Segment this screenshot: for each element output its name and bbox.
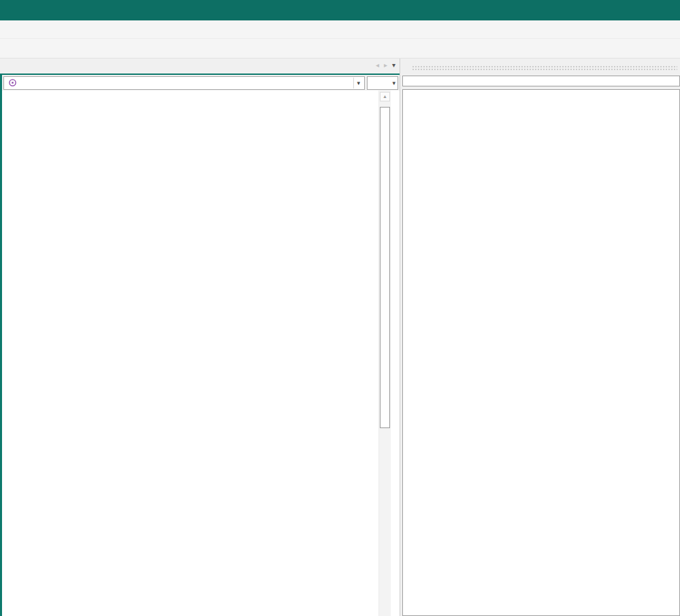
logs-panel	[400, 59, 680, 616]
code-lines[interactable]	[2, 91, 378, 616]
menu-bar	[0, 20, 680, 38]
quick-nav-bookmarks	[257, 1, 680, 22]
code-editor[interactable]: ▲	[0, 91, 400, 616]
tab-scroll-left-icon[interactable]: ◂	[376, 61, 379, 69]
editor-pane: ◂ ▸ ▾ ▾ ▾	[0, 59, 400, 616]
sub-icon	[8, 78, 17, 87]
sub-navigator-combobox[interactable]: ▾	[3, 76, 365, 90]
navigator-dropdown-icon[interactable]: ▾	[353, 78, 363, 88]
scrollbar-up-icon[interactable]: ▲	[380, 92, 390, 101]
document-tab-strip: ◂ ▸ ▾	[0, 59, 400, 74]
scrollbar-thumb[interactable]	[380, 107, 390, 428]
compiler-errors-box[interactable]	[402, 76, 680, 86]
tab-list-dropdown-icon[interactable]: ▾	[392, 61, 395, 69]
logs-grip-texture	[412, 65, 677, 71]
b4a-ide-window: ◂ ▸ ▾ ▾ ▾	[0, 0, 680, 616]
editor-vertical-scrollbar[interactable]: ▲	[378, 91, 391, 616]
zoom-combobox[interactable]: ▾	[367, 76, 398, 90]
logs-header	[402, 59, 680, 75]
logs-output-box[interactable]	[402, 89, 680, 616]
zoom-dropdown-icon[interactable]: ▾	[392, 80, 395, 86]
titlebar	[0, 0, 680, 20]
navigator-row: ▾ ▾	[0, 75, 400, 91]
tab-scroll-right-icon[interactable]: ▸	[384, 61, 387, 69]
main-area: ◂ ▸ ▾ ▾ ▾	[0, 59, 680, 616]
tab-scroll-controls: ◂ ▸ ▾	[376, 61, 395, 69]
toolbar	[0, 38, 680, 59]
error-marker-strip	[391, 91, 400, 616]
